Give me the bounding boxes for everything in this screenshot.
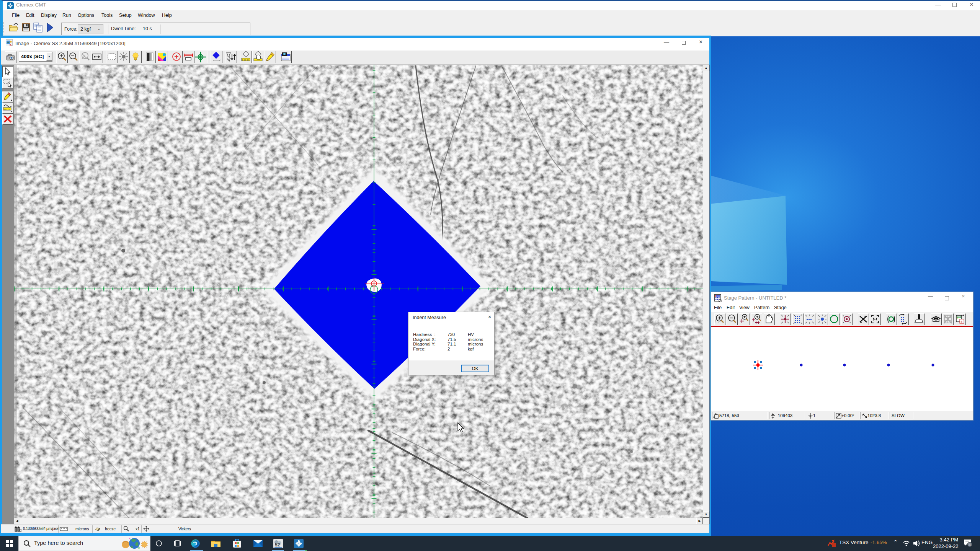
svg-text:1: 1	[969, 543, 971, 547]
svg-text:I: I	[957, 317, 958, 320]
svg-text:S: S	[960, 320, 962, 323]
svg-text:52: 52	[275, 542, 280, 548]
